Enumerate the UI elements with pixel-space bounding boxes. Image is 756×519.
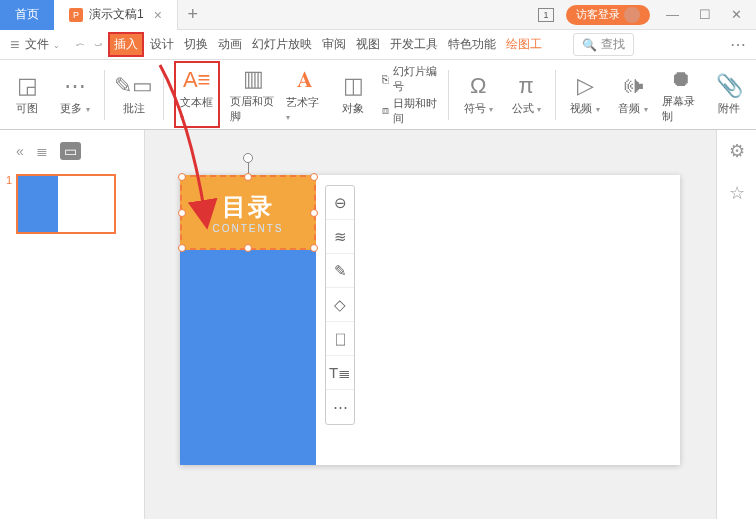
ribbon-record[interactable]: ⏺ 屏幕录制 <box>662 66 700 124</box>
tab-insert[interactable]: 插入 <box>108 32 144 57</box>
tab-draw[interactable]: 绘图工 <box>502 36 546 53</box>
ribbon-object[interactable]: ◫ 对象 <box>334 73 372 116</box>
more-tools-icon[interactable]: ⋯ <box>326 390 354 424</box>
more-icon: ⋯ <box>64 73 86 99</box>
ribbon-wordart[interactable]: 𝐀 艺术字 ▾ <box>286 67 324 122</box>
slide-thumbnail-row[interactable]: 1 <box>6 174 138 234</box>
slide-canvas-area[interactable]: 目录 CONTENTS ⊖ ≋ ✎ ◇ ⎕ T≣ ⋯ <box>145 130 716 519</box>
crop-icon[interactable]: ⎕ <box>326 322 354 356</box>
search-label: 查找 <box>601 36 625 53</box>
menu-bar: ≡ 文件 ⌄ ⤺ ⤻ 插入 设计 切换 动画 幻灯片放映 审阅 视图 开发工具 … <box>0 30 756 60</box>
slide-thumbnail[interactable] <box>16 174 116 234</box>
right-sidebar: ⚙ ☆ <box>716 130 756 519</box>
resize-handle-sw[interactable] <box>178 244 186 252</box>
number-icon: ⎘ <box>382 73 389 85</box>
ribbon-audio[interactable]: 🕪 音频 ▾ <box>614 73 652 116</box>
maximize-button[interactable]: ☐ <box>695 7 715 22</box>
presentation-icon: P <box>69 8 83 22</box>
workspace: « ≣ ▭ 1 目录 CONTENTS <box>0 130 756 519</box>
tab-transition[interactable]: 切换 <box>180 36 212 53</box>
tab-features[interactable]: 特色功能 <box>444 36 500 53</box>
resize-handle-e[interactable] <box>310 209 318 217</box>
textbox-subtitle[interactable]: CONTENTS <box>213 223 284 234</box>
nav-next-icon[interactable]: ⤻ <box>94 39 102 50</box>
more-menu-icon[interactable]: ⋯ <box>730 35 746 54</box>
outline-view-icon[interactable]: ≣ <box>36 143 48 159</box>
ribbon-slide-number[interactable]: ⎘ 幻灯片编号 <box>382 64 438 94</box>
floating-edit-toolbar: ⊖ ≋ ✎ ◇ ⎕ T≣ ⋯ <box>325 185 355 425</box>
object-icon: ◫ <box>343 73 364 99</box>
ribbon-attach[interactable]: 📎 附件 <box>710 73 748 116</box>
title-bar: 首页 P 演示文稿1 × + 1 访客登录 — ☐ ✕ <box>0 0 756 30</box>
ribbon-comment[interactable]: ✎▭ 批注 <box>115 73 153 116</box>
audio-icon: 🕪 <box>622 73 644 99</box>
ribbon-more[interactable]: ⋯ 更多 ▾ <box>56 73 94 116</box>
pane-view-switcher: « ≣ ▭ <box>6 138 138 164</box>
symbol-icon: Ω <box>470 73 486 99</box>
favorite-icon[interactable]: ☆ <box>729 182 745 204</box>
resize-handle-s[interactable] <box>244 244 252 252</box>
tab-review[interactable]: 审阅 <box>318 36 350 53</box>
ribbon-slide-meta: ⎘ 幻灯片编号 ⧈ 日期和时间 <box>382 64 438 126</box>
thumbnail-view-icon[interactable]: ▭ <box>60 142 81 160</box>
search-box[interactable]: 🔍 查找 <box>573 33 634 56</box>
settings-slider-icon[interactable]: ⚙ <box>729 140 745 162</box>
slide[interactable]: 目录 CONTENTS ⊖ ≋ ✎ ◇ ⎕ T≣ ⋯ <box>180 175 680 465</box>
tab-design[interactable]: 设计 <box>146 36 178 53</box>
ribbon-textbox[interactable]: A≡ 文本框 ▾ <box>174 61 220 128</box>
ribbon-formula[interactable]: π 公式 ▾ <box>507 73 545 116</box>
ribbon: ◲ 可图 ⋯ 更多 ▾ ✎▭ 批注 A≡ 文本框 ▾ ▥ 页眉和页脚 𝐀 艺术字… <box>0 60 756 130</box>
tab-devtools[interactable]: 开发工具 <box>386 36 442 53</box>
layers-icon[interactable]: ≋ <box>326 220 354 254</box>
tab-view[interactable]: 视图 <box>352 36 384 53</box>
text-format-icon[interactable]: T≣ <box>326 356 354 390</box>
resize-handle-w[interactable] <box>178 209 186 217</box>
login-label: 访客登录 <box>576 7 620 22</box>
selected-textbox[interactable]: 目录 CONTENTS <box>180 175 316 250</box>
resize-handle-n[interactable] <box>244 173 252 181</box>
add-tab-button[interactable]: + <box>178 4 208 25</box>
record-icon: ⏺ <box>670 66 692 92</box>
resize-handle-nw[interactable] <box>178 173 186 181</box>
collapse-icon[interactable]: « <box>16 143 24 159</box>
textbox-icon: A≡ <box>183 67 211 93</box>
avatar-icon <box>624 7 640 23</box>
file-menu[interactable]: 文件 ⌄ <box>25 36 59 53</box>
brush-icon[interactable]: ✎ <box>326 254 354 288</box>
rotate-handle[interactable] <box>243 153 253 163</box>
textbox-title[interactable]: 目录 <box>222 191 274 223</box>
pi-icon: π <box>519 73 534 99</box>
view-icon: ◲ <box>17 73 38 99</box>
resize-handle-se[interactable] <box>310 244 318 252</box>
document-tab-label: 演示文稿1 <box>89 6 144 23</box>
hamburger-icon[interactable]: ≡ <box>10 36 19 54</box>
home-tab[interactable]: 首页 <box>0 0 54 30</box>
collapse-toolbar-icon[interactable]: ⊖ <box>326 186 354 220</box>
tab-slideshow[interactable]: 幻灯片放映 <box>248 36 316 53</box>
video-icon: ▷ <box>577 73 594 99</box>
nav-prev-icon[interactable]: ⤺ <box>76 39 84 50</box>
slide-number-label: 1 <box>6 174 12 186</box>
attach-icon: 📎 <box>716 73 743 99</box>
minimize-button[interactable]: — <box>662 7 683 22</box>
header-footer-icon: ▥ <box>243 66 264 92</box>
slide-thumbnail-pane: « ≣ ▭ 1 <box>0 130 145 519</box>
comment-icon: ✎▭ <box>114 73 153 99</box>
fill-icon[interactable]: ◇ <box>326 288 354 322</box>
calendar-icon: ⧈ <box>382 104 389 117</box>
ribbon-datetime[interactable]: ⧈ 日期和时间 <box>382 96 438 126</box>
close-button[interactable]: ✕ <box>727 7 746 22</box>
login-button[interactable]: 访客登录 <box>566 5 650 25</box>
ribbon-video[interactable]: ▷ 视频 ▾ <box>566 73 604 116</box>
window-count-icon[interactable]: 1 <box>538 8 554 22</box>
search-icon: 🔍 <box>582 38 597 52</box>
close-tab-icon[interactable]: × <box>154 7 162 23</box>
ribbon-view[interactable]: ◲ 可图 <box>8 73 46 116</box>
tab-animation[interactable]: 动画 <box>214 36 246 53</box>
resize-handle-ne[interactable] <box>310 173 318 181</box>
ribbon-symbol[interactable]: Ω 符号 ▾ <box>459 73 497 116</box>
ribbon-header-footer[interactable]: ▥ 页眉和页脚 <box>230 66 277 124</box>
document-tab[interactable]: P 演示文稿1 × <box>54 0 178 30</box>
wordart-icon: 𝐀 <box>297 67 313 93</box>
